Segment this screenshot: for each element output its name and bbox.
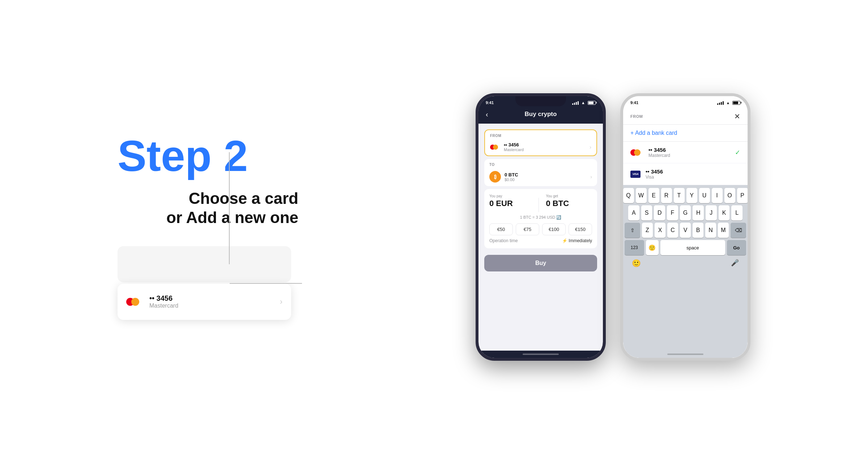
card-preview-bg [118,246,291,282]
buy-button[interactable]: Buy [484,255,597,271]
to-label: TO [484,159,597,168]
key-n[interactable]: N [705,223,716,238]
key-m[interactable]: M [718,223,729,238]
key-r[interactable]: R [661,188,672,203]
phone1-mockup: 9:41 ▲ [476,93,606,361]
quick-100[interactable]: €100 [542,223,566,235]
quick-75[interactable]: €75 [516,223,539,235]
key-p[interactable]: P [737,188,748,203]
key-k[interactable]: K [719,205,730,220]
key-s[interactable]: S [641,205,652,220]
kbd-row-5: 🙂 🎤 [625,257,746,269]
phone1-home-bar [523,354,559,355]
from-mastercard-icon [490,144,500,151]
key-o[interactable]: O [724,188,735,203]
key-t[interactable]: T [674,188,685,203]
keyboard: Q W E R T Y U I O P A [623,185,748,351]
card-type: Mastercard [149,303,273,309]
step-title: Step 2 [118,134,248,177]
key-f[interactable]: F [667,205,678,220]
delete-key[interactable]: ⌫ [731,223,746,238]
from-label: FROM [485,130,596,139]
eur-amount: 0 EUR [489,199,536,208]
from-section[interactable]: FROM •• 3456 Mastercard › [484,129,597,156]
key-j[interactable]: J [706,205,717,220]
exchange-section: You pay 0 EUR You get 0 BTC 1 BT [484,189,597,248]
phone1-status-icons: ▲ [572,100,596,105]
key-i[interactable]: I [712,188,723,203]
battery-fill-2 [733,102,738,104]
key-b[interactable]: B [693,223,703,238]
key-c[interactable]: C [667,223,678,238]
key-h[interactable]: H [693,205,704,220]
signal-bar-2 [574,103,575,105]
from-card-type: Mastercard [504,147,524,152]
phone1-notch [515,96,566,106]
to-section[interactable]: TO ₿ 0 BTC $0.00 › [484,159,597,186]
signal-bar-3b [721,102,722,105]
btc-amount: 0 BTC [505,172,518,177]
phone2-time: 9:41 [630,100,638,105]
phone1-time: 9:41 [486,100,494,105]
btc-get: 0 BTC [546,199,592,208]
quick-50[interactable]: €50 [489,223,513,235]
shift-key[interactable]: ⇧ [625,223,640,238]
list-smc-orange [634,149,641,156]
visa-icon: VISA [630,171,641,178]
kbd-row-3: ⇧ Z X C V B N M ⌫ [625,223,746,238]
key-u[interactable]: U [699,188,710,203]
card-preview[interactable]: •• 3456 Mastercard › [118,284,291,320]
connector-horizontal [230,283,302,284]
emoji-key[interactable]: 🙂 [646,240,659,255]
key-w[interactable]: W [636,188,647,203]
card-list: •• 3456 Mastercard ✓ VISA •• 3456 Visa [623,142,748,185]
key-v[interactable]: V [680,223,691,238]
emoji-bottom-icon[interactable]: 🙂 [628,257,644,269]
battery-icon-2 [732,101,740,105]
card2-number: •• 3456 [646,168,740,175]
key-z[interactable]: Z [642,223,653,238]
phone1-home-area [478,351,603,358]
space-key[interactable]: space [660,240,725,255]
key-e[interactable]: E [648,188,659,203]
phone2-screen: 9:41 ▲ [623,96,748,358]
key-a[interactable]: A [628,205,639,220]
phone2-home-bar [667,354,703,355]
key-y[interactable]: Y [686,188,697,203]
list-mastercard-icon [630,148,643,157]
back-icon[interactable]: ‹ [486,110,488,119]
key-l[interactable]: L [731,205,743,220]
key-q[interactable]: Q [623,188,634,203]
add-card-button[interactable]: + Add a bank card [623,125,748,142]
operation-row: Operation time ⚡ Immediately [489,235,592,243]
key-d[interactable]: D [654,205,665,220]
key-x[interactable]: X [655,223,665,238]
card-info: •• 3456 Mastercard [149,294,273,309]
kbd-row-4: 123 🙂 space Go [625,240,746,255]
card-list-item-2[interactable]: VISA •• 3456 Visa [623,163,748,185]
phone2-mockup: 9:41 ▲ [620,93,750,361]
phone2-notch [660,96,711,106]
quick-150[interactable]: €150 [569,223,592,235]
card-list-item-1[interactable]: •• 3456 Mastercard ✓ [623,142,748,163]
to-row: ₿ 0 BTC $0.00 › [484,168,597,186]
exchange-row: You pay 0 EUR You get 0 BTC [489,194,592,212]
card1-info: •• 3456 Mastercard [648,147,730,158]
card-preview-container: •• 3456 Mastercard › [118,246,291,320]
card2-type: Visa [646,175,740,180]
phone2-content: FROM ✕ + Add a bank card [623,107,748,351]
from-card-info: •• 3456 Mastercard [504,142,524,152]
you-pay-col: You pay 0 EUR [489,194,536,208]
modal-header: FROM ✕ [623,107,748,125]
to-card-info: 0 BTC $0.00 [505,172,518,182]
key-123[interactable]: 123 [625,240,644,255]
card1-type: Mastercard [648,153,730,158]
exchange-divider [539,198,539,212]
card-number: •• 3456 [149,294,273,303]
signal-bar-3 [576,102,577,105]
go-key[interactable]: Go [727,240,746,255]
close-icon[interactable]: ✕ [734,112,740,121]
quick-amounts: €50 €75 €100 €150 [489,223,592,235]
key-g[interactable]: G [680,205,691,220]
mic-icon[interactable]: 🎤 [727,257,743,269]
